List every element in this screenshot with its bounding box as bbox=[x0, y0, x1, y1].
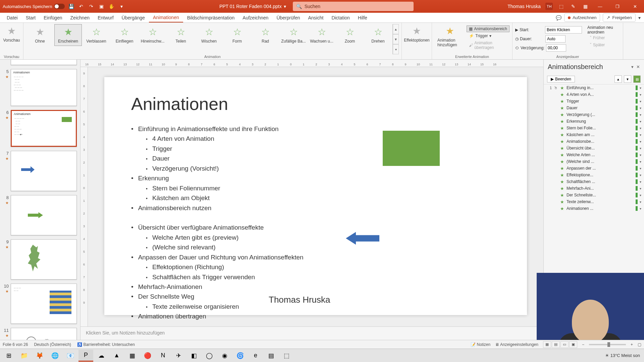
comments-icon[interactable]: 💬 bbox=[556, 15, 561, 20]
save-icon[interactable]: 💾 bbox=[67, 3, 75, 10]
taskbar-edge-icon[interactable]: e bbox=[248, 350, 263, 362]
maximize-button[interactable]: ❐ bbox=[611, 0, 624, 13]
anim-split[interactable]: ☆Teilen bbox=[167, 24, 195, 46]
ink-icon[interactable]: ✎ bbox=[570, 3, 577, 10]
animation-list-item[interactable]: ★Erkennung▾ bbox=[544, 118, 644, 125]
slide-title[interactable]: Animationen bbox=[131, 94, 500, 114]
undo-icon[interactable]: ↶ bbox=[77, 3, 85, 10]
anim-fade[interactable]: ☆Verblassen bbox=[83, 24, 110, 46]
taskbar-app9-icon[interactable]: ⬚ bbox=[279, 350, 294, 362]
display-settings-button[interactable]: 🖥 Anzeigeeinstellungen bbox=[495, 342, 538, 347]
zoom-in-button[interactable]: + bbox=[631, 342, 633, 347]
animation-painter-button[interactable]: 🖌 Animation übertragen bbox=[467, 40, 509, 51]
add-animation-button[interactable]: ★ Animation hinzufügen bbox=[435, 24, 465, 51]
duration-input[interactable] bbox=[545, 35, 566, 43]
thumbnail-prev[interactable]: — — —— — —— — bbox=[11, 60, 77, 65]
gallery-up-button[interactable]: ▲ bbox=[393, 24, 399, 34]
record-button[interactable]: Aufzeichnen bbox=[564, 13, 600, 22]
animation-list-item[interactable]: ★Mehrfach-Ani...▾ bbox=[544, 185, 644, 192]
horizontal-ruler[interactable]: 1615141312111098765432101234567891011121… bbox=[80, 60, 543, 67]
tab-insert[interactable]: Einfügen bbox=[40, 13, 66, 22]
user-name[interactable]: Thomas Hruska bbox=[507, 4, 541, 9]
animation-list-item[interactable]: ★Welche Arten ...▾ bbox=[544, 152, 644, 158]
vertical-ruler[interactable]: 9876543210123456789 bbox=[80, 67, 88, 326]
animation-list-item[interactable]: ★(Welche sind ...▾ bbox=[544, 158, 644, 165]
search-input[interactable]: 🔍 Suchen bbox=[293, 2, 414, 11]
anim-random[interactable]: ☆Zufällige Ba... bbox=[280, 24, 307, 46]
minimize-button[interactable]: — bbox=[594, 0, 606, 13]
thumbnail-5[interactable]: Animationen— — — — — — — —— — — — — —— —… bbox=[11, 69, 77, 106]
anim-wipe[interactable]: ☆Wischen bbox=[195, 24, 223, 46]
zoom-out-button[interactable]: − bbox=[582, 342, 584, 347]
tab-animations[interactable]: Animationen bbox=[149, 13, 183, 22]
pane-options-icon[interactable]: ▾ bbox=[631, 64, 634, 69]
move-later-button[interactable]: ˅ Später bbox=[587, 42, 620, 48]
view-normal-button[interactable]: ▦ bbox=[543, 341, 551, 348]
animation-pane-button[interactable]: ▦ Animationsbereich bbox=[467, 25, 509, 32]
animation-list-item[interactable]: ★Stern bei Folie...▾ bbox=[544, 125, 644, 131]
coming-soon-icon[interactable]: ⬚ bbox=[557, 3, 565, 10]
taskbar-powerpoint-icon[interactable]: P bbox=[78, 350, 93, 362]
anim-appear[interactable]: ★Erscheinen bbox=[54, 24, 82, 46]
animation-list-item[interactable]: ★Trigger▾ bbox=[544, 98, 644, 105]
taskbar-app1-icon[interactable]: ☁ bbox=[94, 350, 109, 362]
anim-shape[interactable]: ☆Form bbox=[223, 24, 251, 46]
tab-design[interactable]: Entwurf bbox=[94, 13, 117, 22]
zoom-slider[interactable] bbox=[589, 344, 626, 345]
status-language[interactable]: Deutsch (Österreich) bbox=[34, 342, 71, 347]
green-rectangle-shape[interactable] bbox=[383, 131, 440, 166]
notes-toggle[interactable]: 📝 Notizen bbox=[471, 342, 490, 347]
anim-zoom[interactable]: ☆Zoom bbox=[336, 24, 364, 46]
anim-none[interactable]: ★Ohne bbox=[26, 24, 54, 46]
slide-thumbnails[interactable]: ★ — — —— — —— — 5★ Animationen— — — — — … bbox=[0, 60, 80, 340]
taskbar-app3-icon[interactable]: 🔴 bbox=[140, 350, 155, 362]
anim-float[interactable]: ☆Hineinschw... bbox=[139, 24, 166, 46]
filename-dropdown[interactable]: PPT 01 Roter Faden 004.pptx▾ bbox=[219, 4, 286, 9]
taskbar-telegram-icon[interactable]: ✈ bbox=[171, 350, 186, 362]
preview-button[interactable]: ★ Vorschau bbox=[0, 24, 22, 44]
slide[interactable]: Animationen Einführung in Animationseffe… bbox=[104, 77, 527, 315]
slide-canvas[interactable]: Animationen Einführung in Animationseffe… bbox=[88, 67, 543, 326]
tab-slideshow[interactable]: Bildschirmpräsentation bbox=[183, 13, 239, 22]
touch-mode-icon[interactable]: ✋ bbox=[108, 3, 115, 10]
animation-list-item[interactable]: ★Kästchen am ...▾ bbox=[544, 131, 644, 138]
taskbar-vlc-icon[interactable]: ▲ bbox=[109, 350, 124, 362]
redo-icon[interactable]: ↷ bbox=[88, 3, 95, 10]
anim-grow[interactable]: ☆Wachsen u... bbox=[308, 24, 335, 46]
play-all-button[interactable]: ▶ Beenden bbox=[547, 76, 575, 82]
animation-list-item[interactable]: ★Animationsbe...▾ bbox=[544, 138, 644, 145]
taskbar-firefox-icon[interactable]: 🦊 bbox=[32, 350, 47, 362]
from-beginning-icon[interactable]: ▣ bbox=[98, 3, 105, 10]
animation-gallery[interactable]: ★Ohne ★Erscheinen ☆Verblassen ☆Einfliege… bbox=[26, 24, 399, 54]
tab-view[interactable]: Ansicht bbox=[304, 13, 327, 22]
tab-record[interactable]: Aufzeichnen bbox=[238, 13, 272, 22]
animation-list-item[interactable]: ★Texte zeilenw...▾ bbox=[544, 198, 644, 205]
taskbar-app2-icon[interactable]: ▦ bbox=[125, 350, 140, 362]
animation-list-item[interactable]: ★Übersicht übe...▾ bbox=[544, 145, 644, 152]
animation-list-item[interactable]: ★Effektoptione...▾ bbox=[544, 172, 644, 178]
gallery-more-button[interactable]: ▾ bbox=[393, 44, 399, 54]
thumbnail-11[interactable]: ♡ bbox=[11, 328, 77, 340]
notes-pane[interactable]: Klicken Sie, um Notizen hinzuzufügen bbox=[80, 326, 543, 340]
ribbon-options-icon[interactable]: ▾ bbox=[638, 15, 641, 20]
slide-content[interactable]: Einführung in Animationseffekte und ihre… bbox=[131, 124, 500, 321]
taskbar-chrome-icon[interactable]: 🌐 bbox=[48, 350, 62, 362]
qat-more-icon[interactable]: ▾ bbox=[118, 3, 125, 10]
thumbnail-9[interactable] bbox=[11, 239, 77, 280]
anim-move-up-button[interactable]: ▲ bbox=[614, 75, 622, 83]
animation-list-item[interactable]: ★4 Arten von A...▾ bbox=[544, 91, 644, 98]
animation-list-item[interactable]: ★Dauer▾ bbox=[544, 105, 644, 111]
window-layout-icon[interactable]: ▦ bbox=[582, 3, 589, 10]
view-slideshow-button[interactable]: ▣ bbox=[569, 341, 577, 348]
tab-file[interactable]: Datei bbox=[3, 13, 22, 22]
anim-wheel[interactable]: ☆Rad bbox=[252, 24, 279, 46]
delay-input[interactable] bbox=[546, 44, 566, 52]
animation-list-item[interactable]: ★Schaltflächen ...▾ bbox=[544, 178, 644, 185]
gallery-down-button[interactable]: ▼ bbox=[393, 34, 399, 44]
taskbar-app5-icon[interactable]: ◯ bbox=[202, 350, 217, 362]
slide-author[interactable]: Thomas Hruska bbox=[269, 295, 330, 305]
anim-swivel[interactable]: ☆Drehen bbox=[364, 24, 392, 46]
share-button[interactable]: ↗Freigeben bbox=[603, 13, 636, 22]
animation-list-item[interactable]: 1🖱★Einführung in...▾ bbox=[544, 84, 644, 91]
tab-home[interactable]: Start bbox=[22, 13, 40, 22]
